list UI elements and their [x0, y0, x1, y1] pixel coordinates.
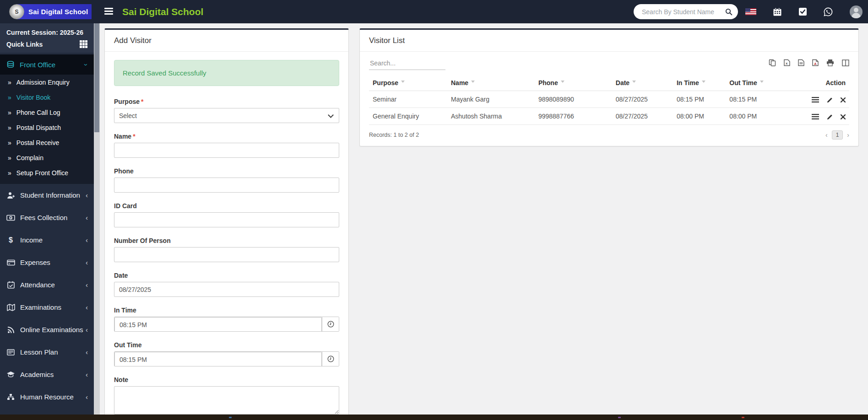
chevron-left-icon: ‹ [86, 393, 88, 401]
column-header-name[interactable]: Name [447, 75, 535, 91]
user-avatar[interactable] [850, 5, 863, 18]
column-header-in-time[interactable]: In Time [673, 75, 726, 91]
sidebar-item-admission-enquiry[interactable]: » Admission Enquiry [0, 75, 94, 90]
double-chevron-icon: » [8, 94, 11, 101]
clock-icon[interactable] [322, 317, 339, 331]
export-pdf-icon[interactable]: A [812, 59, 819, 66]
logo-link[interactable]: Sai Digital School [16, 4, 92, 19]
column-header-out-time[interactable]: Out Time [726, 75, 797, 91]
export-excel-icon[interactable]: x [784, 59, 790, 66]
delete-button[interactable] [841, 97, 846, 102]
delete-button[interactable] [841, 114, 846, 119]
chevron-left-icon: ‹ [86, 326, 88, 334]
chevron-down-icon: › [82, 64, 90, 66]
column-header-date[interactable]: Date [612, 75, 673, 91]
column-header-action: Action [797, 75, 849, 91]
sidebar-item-fees-collection[interactable]: 1 Fees Collection ‹ [0, 206, 94, 229]
session-block: Current Session: 2025-26 Quick Links [0, 23, 94, 53]
rss-icon [6, 326, 16, 334]
sidebar-item-phone-call-log[interactable]: » Phone Call Log [0, 105, 94, 120]
sidebar-item-academics[interactable]: Academics ‹ [0, 363, 94, 386]
chevron-left-icon: ‹ [86, 371, 88, 378]
id-card-label: ID Card [114, 202, 339, 210]
next-page-button[interactable]: › [847, 131, 849, 139]
sidebar-item-setup-front-office[interactable]: » Setup Front Office [0, 165, 94, 180]
document-lines-icon [6, 349, 16, 355]
clock-icon[interactable] [322, 352, 339, 366]
sidebar-item-student-information[interactable]: Student Information ‹ [0, 184, 94, 206]
purpose-select[interactable]: Select [114, 108, 339, 123]
calendar-icon[interactable] [773, 7, 782, 16]
sidebar-item-visitor-book[interactable]: » Visitor Book [0, 90, 94, 105]
chevron-left-icon: ‹ [86, 348, 88, 356]
copy-icon[interactable] [769, 59, 776, 66]
credit-card-icon [6, 259, 16, 266]
us-flag-icon[interactable] [745, 8, 756, 15]
note-label: Note [114, 376, 339, 383]
sidebar-item-complain[interactable]: » Complain [0, 150, 94, 165]
print-icon[interactable] [826, 59, 834, 66]
pagination: ‹ 1 › [825, 130, 849, 140]
banknote-icon: 1 [6, 215, 16, 221]
sidebar-item-expenses[interactable]: Expenses ‹ [0, 251, 94, 274]
sidebar-item-human-resource[interactable]: Human Resource ‹ [0, 386, 94, 408]
task-check-icon[interactable] [798, 7, 807, 16]
student-search-box[interactable] [634, 4, 738, 19]
student-search-input[interactable] [641, 8, 725, 16]
phone-label: Phone [114, 167, 339, 175]
sort-caret-icon [632, 81, 636, 85]
graduation-cap-icon [6, 371, 16, 378]
required-mark: * [141, 98, 143, 105]
table-row: General Enquiry Ashutosh Sharma 99988877… [369, 108, 849, 125]
export-csv-icon[interactable] [798, 59, 804, 66]
row-details-button[interactable] [812, 97, 819, 102]
top-header: S Sai Digital School Sai Digital School [0, 0, 868, 23]
in-time-field[interactable] [114, 317, 322, 332]
purpose-label: Purpose* [114, 98, 339, 105]
sidebar-item-lesson-plan[interactable]: Lesson Plan ‹ [0, 341, 94, 363]
os-taskbar-edge [0, 415, 868, 420]
number-of-person-field[interactable] [114, 247, 339, 262]
search-icon[interactable] [725, 8, 732, 16]
visitor-list-search-input[interactable] [369, 58, 445, 70]
page-number-button[interactable]: 1 [832, 130, 843, 140]
note-field[interactable] [114, 386, 339, 415]
dollar-icon: $ [6, 236, 16, 244]
sidebar-item-postal-dispatch[interactable]: » Postal Dispatch [0, 120, 94, 135]
export-toolbar: x A [769, 58, 849, 66]
sidebar-scrollbar-thumb[interactable] [94, 23, 99, 132]
date-field[interactable] [114, 282, 339, 297]
column-header-phone[interactable]: Phone [535, 75, 612, 91]
quick-links-grid-icon[interactable] [80, 40, 87, 48]
date-label: Date [114, 272, 339, 279]
current-session-label: Current Session: 2025-26 [6, 29, 87, 36]
edit-button[interactable] [827, 114, 833, 120]
sidebar-item-postal-receive[interactable]: » Postal Receive [0, 135, 94, 150]
menu-toggle-button[interactable] [104, 8, 113, 16]
column-header-purpose[interactable]: Purpose [369, 75, 447, 91]
whatsapp-icon[interactable] [823, 7, 833, 17]
sort-caret-icon [702, 81, 705, 85]
sort-caret-icon [401, 81, 405, 85]
sidebar-item-examinations[interactable]: Examinations ‹ [0, 296, 94, 318]
front-office-group: Front Office › » Admission Enquiry » Vis… [0, 54, 94, 184]
logo-text: Sai Digital School [28, 8, 88, 16]
columns-icon[interactable] [842, 59, 849, 66]
sidebar-item-front-office[interactable]: Front Office › [0, 54, 94, 75]
name-field[interactable] [114, 143, 339, 158]
row-details-button[interactable] [812, 114, 819, 119]
sidebar-item-online-examinations[interactable]: Online Examinations ‹ [0, 318, 94, 341]
prev-page-button[interactable]: ‹ [825, 131, 828, 139]
out-time-field[interactable] [114, 352, 322, 366]
sidebar-scrollbar[interactable] [94, 23, 100, 420]
phone-field[interactable] [114, 178, 339, 193]
sidebar-item-attendance[interactable]: Attendance ‹ [0, 274, 94, 296]
sidebar-item-income[interactable]: $ Income ‹ [0, 229, 94, 251]
chevron-left-icon: ‹ [86, 281, 88, 289]
chevron-left-icon: ‹ [86, 214, 88, 221]
chevron-left-icon: ‹ [86, 236, 88, 244]
calendar-check-icon [6, 281, 16, 289]
edit-button[interactable] [827, 97, 833, 103]
id-card-field[interactable] [114, 212, 339, 227]
sitemap-icon [6, 393, 16, 400]
